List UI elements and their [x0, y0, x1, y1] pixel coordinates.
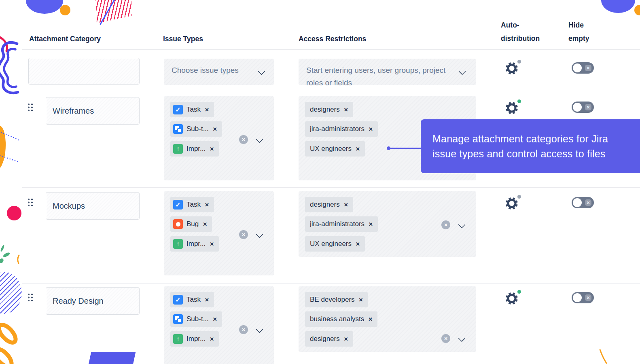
bug-icon — [173, 219, 183, 229]
access-chip: UX engineers — [305, 141, 365, 157]
onboarding-tooltip-text: Manage attachment categories for Jira is… — [432, 131, 623, 161]
remove-chip-icon[interactable] — [210, 146, 214, 152]
decorative-purple-parallelogram — [89, 352, 136, 364]
category-name-input[interactable] — [46, 192, 140, 220]
onboarding-tooltip: Manage attachment categories for Jira is… — [421, 119, 640, 173]
decorative-orange-arc — [598, 349, 608, 364]
chevron-down-icon[interactable] — [256, 231, 263, 238]
toggle-knob — [573, 293, 582, 302]
remove-chip-icon[interactable] — [213, 317, 217, 322]
row-separator — [22, 49, 640, 50]
toggle-knob — [573, 103, 582, 112]
decorative-blue-blob-top-right — [601, 0, 635, 13]
attachment-categories-page: Attachment Category Issue Types Access R… — [0, 0, 640, 364]
remove-chip-icon[interactable] — [205, 297, 209, 303]
category-name-input[interactable] — [46, 287, 140, 315]
decorative-blue-line — [100, 0, 117, 25]
issue-type-chip: ✓ Task — [170, 102, 214, 117]
remove-chip-icon[interactable] — [210, 336, 214, 342]
column-header-issue-types: Issue Types — [163, 32, 203, 46]
toggle-knob — [573, 63, 582, 72]
issue-types-select[interactable]: ✓ Task Sub-t... ↑ Impr... — [164, 96, 274, 180]
chevron-down-icon[interactable] — [258, 68, 265, 75]
chevron-down-icon[interactable] — [458, 334, 465, 342]
auto-distribution-gear-button[interactable] — [504, 291, 519, 306]
remove-chip-icon[interactable] — [213, 127, 217, 132]
auto-distribution-gear-button[interactable] — [504, 61, 519, 76]
remove-chip-icon[interactable] — [205, 202, 209, 207]
clear-select-button[interactable] — [441, 334, 450, 343]
issue-type-chip: ↑ Impr... — [170, 331, 219, 347]
remove-chip-icon[interactable] — [356, 241, 360, 247]
subtask-icon — [173, 314, 183, 324]
issue-types-select[interactable]: ✓ Task Sub-t... ↑ Impr... — [164, 286, 274, 364]
auto-distribution-gear-button[interactable] — [504, 196, 519, 211]
auto-distribution-gear-button[interactable] — [504, 101, 519, 115]
remove-chip-icon[interactable] — [344, 202, 348, 207]
chevron-down-icon[interactable] — [256, 135, 263, 143]
drag-handle[interactable] — [28, 103, 33, 112]
gear-icon — [504, 196, 519, 211]
clear-select-button[interactable] — [239, 230, 248, 239]
toggle-off-x-icon — [585, 199, 591, 206]
issue-types-placeholder: Choose issue types — [172, 64, 242, 76]
access-chip: designers — [305, 102, 353, 117]
task-icon: ✓ — [173, 295, 183, 305]
clear-select-button[interactable] — [239, 325, 248, 334]
decorative-green-petals — [0, 244, 24, 265]
row-separator — [22, 283, 640, 284]
access-restrictions-placeholder: Start entering users, user groups, proje… — [306, 64, 446, 89]
remove-chip-icon[interactable] — [344, 336, 348, 342]
remove-chip-icon[interactable] — [210, 241, 214, 247]
chevron-down-icon[interactable] — [256, 326, 263, 333]
decorative-crimson-stripes — [95, 0, 132, 23]
access-restrictions-select[interactable]: Start entering users, user groups, proje… — [299, 59, 476, 85]
drag-handle[interactable] — [28, 293, 33, 302]
access-restrictions-select[interactable]: BE developers business analysts designer… — [299, 286, 476, 352]
decorative-orange-blob-left — [0, 125, 8, 171]
access-chip: business analysts — [305, 311, 377, 327]
clear-select-button[interactable] — [239, 135, 248, 144]
improvement-icon: ↑ — [173, 144, 183, 154]
remove-chip-icon[interactable] — [368, 317, 373, 322]
drag-handle[interactable] — [28, 198, 33, 207]
access-restrictions-select[interactable]: designers jira-administrators UX enginee… — [299, 191, 476, 257]
access-chip: jira-administrators — [305, 216, 378, 232]
issue-type-chip: ↑ Impr... — [170, 236, 219, 252]
chevron-down-icon[interactable] — [458, 68, 466, 75]
access-chip: BE developers — [305, 292, 368, 307]
decorative-dotted-arcs — [0, 129, 23, 165]
gear-icon — [504, 61, 519, 76]
category-name-input[interactable] — [46, 97, 140, 125]
column-header-hide-empty: Hide empty — [568, 19, 594, 45]
hide-empty-toggle[interactable] — [572, 197, 594, 208]
hide-empty-toggle[interactable] — [572, 62, 594, 74]
remove-chip-icon[interactable] — [359, 297, 363, 303]
issue-types-select[interactable]: ✓ Task Bug ↑ Impr... — [164, 191, 274, 275]
access-chip: designers — [305, 197, 353, 212]
subtask-icon — [173, 124, 183, 134]
toggle-off-x-icon — [585, 65, 591, 71]
issue-types-select[interactable]: Choose issue types — [164, 59, 274, 85]
toggle-off-x-icon — [585, 104, 591, 110]
remove-chip-icon[interactable] — [356, 146, 360, 152]
remove-chip-icon[interactable] — [369, 222, 373, 227]
task-icon: ✓ — [173, 105, 183, 114]
clear-select-button[interactable] — [441, 220, 450, 229]
decorative-orange-dot-top-right — [634, 5, 640, 15]
new-category-input[interactable] — [28, 58, 140, 85]
issue-type-chip: ✓ Task — [170, 292, 214, 307]
issue-type-chip: Sub-t... — [170, 121, 222, 137]
gear-icon — [504, 291, 519, 306]
remove-chip-icon[interactable] — [344, 107, 348, 112]
hide-empty-toggle[interactable] — [572, 292, 594, 303]
remove-chip-icon[interactable] — [369, 127, 373, 132]
auto-distribution-status-dot — [517, 195, 521, 199]
hide-empty-toggle[interactable] — [572, 102, 594, 113]
chevron-down-icon[interactable] — [458, 221, 465, 228]
auto-distribution-status-dot — [517, 290, 521, 294]
decorative-blue-blob-top-left — [26, 0, 63, 14]
remove-chip-icon[interactable] — [203, 222, 207, 227]
access-chip: designers — [305, 331, 353, 347]
remove-chip-icon[interactable] — [205, 107, 209, 112]
